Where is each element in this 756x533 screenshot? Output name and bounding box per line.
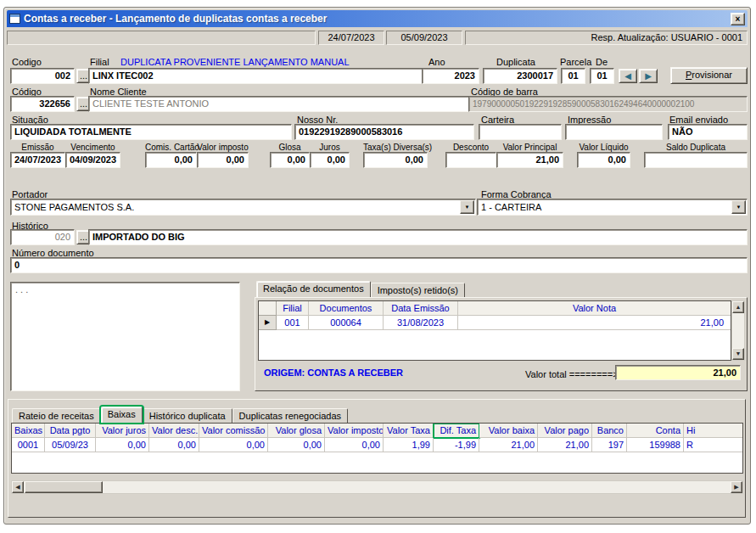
vencimento-label: Vencimento	[65, 143, 120, 152]
comissao-cartao-field[interactable]: 0,00	[145, 152, 197, 168]
taxas-diversas-field[interactable]: 0,00	[363, 152, 428, 168]
de-field[interactable]: 01	[590, 68, 614, 84]
valor-principal-field[interactable]: 21,00	[496, 152, 563, 168]
cell-valor-comissao: 0,00	[199, 438, 268, 452]
scroll-right-icon[interactable]: ▶	[731, 481, 742, 493]
emissao-label: Emissão	[10, 143, 65, 152]
tab-duplicatas-renegociadas[interactable]: Duplicatas renegociadas	[232, 408, 348, 423]
tab-relacao-de-documentos[interactable]: Relação de documentos	[256, 281, 371, 297]
historico-descricao-field[interactable]: IMPORTADO DO BIG	[88, 229, 748, 245]
origem-contas-a-receber-text: ORIGEM: CONTAS A RECEBER	[264, 367, 403, 378]
situacao-field[interactable]: LIQUIDADA TOTALMENTE	[10, 124, 292, 140]
codigo-duplicata-field[interactable]: 002	[10, 68, 75, 84]
cell-valor-pago: 21,00	[538, 438, 592, 452]
valor-liquido-field[interactable]: 0,00	[577, 152, 630, 168]
col-valor-juros-header: Valor juros	[96, 424, 149, 438]
col-valor-taxa-header: Valor Taxa	[384, 424, 434, 438]
col-valor-imposto-header: Valor imposto	[325, 424, 384, 438]
portador-combobox[interactable]: STONE PAGAMENTOS S.A. ▼	[10, 199, 476, 216]
filial-field[interactable]: LINX ITEC002	[88, 68, 424, 84]
window-title: Contas a receber - Lançamento de duplica…	[24, 13, 727, 25]
nosso-numero-field[interactable]: 01922919289000583016	[294, 124, 474, 140]
ano-label: Ano	[428, 58, 445, 67]
baixas-grid-header: Baixas Data pgto Valor juros Valor desc.…	[12, 424, 742, 438]
numero-documento-field[interactable]: 0	[10, 257, 748, 273]
cell-historico: R	[684, 438, 743, 452]
cell-banco: 197	[592, 438, 627, 452]
forma-cobranca-value: 1 - CARTEIRA	[481, 202, 541, 212]
titlebar: Contas a receber - Lançamento de duplica…	[7, 10, 748, 27]
filial-label: Filial	[90, 58, 109, 67]
observacoes-listbox[interactable]: . . .	[10, 282, 240, 391]
documentos-grid-header: Filial Documentos Data Emissão Valor Not…	[259, 301, 731, 316]
documentos-grid: Filial Documentos Data Emissão Valor Not…	[258, 300, 731, 361]
previous-record-icon[interactable]: ◀	[619, 69, 637, 83]
tab-rateio-de-receitas[interactable]: Rateio de receitas	[12, 408, 101, 423]
codigo-duplicata-label: Codigo	[12, 58, 42, 67]
scroll-left-icon[interactable]: ◀	[12, 481, 24, 493]
tab-impostos-retidos[interactable]: Imposto(s) retido(s)	[371, 283, 465, 297]
tab-baixas[interactable]: Baixas	[101, 407, 143, 423]
col-filial-header: Filial	[277, 301, 309, 316]
juros-label: Juros	[310, 143, 350, 152]
nome-cliente-field: CLIENTE TESTE ANTONIO	[88, 96, 472, 112]
codigo-barra-field: 1979000005019229192859000583016249464000…	[468, 96, 748, 112]
cell-valor-taxa: 1,99	[384, 438, 434, 452]
valor-total-label: Valor total ========>	[525, 370, 619, 379]
col-data-pgto-header: Data pgto	[45, 424, 96, 438]
ano-field[interactable]: 2023	[422, 68, 479, 84]
scroll-up-icon[interactable]: ▲	[732, 301, 744, 313]
scroll-down-icon[interactable]: ▼	[732, 348, 744, 360]
tab-historico-duplicata[interactable]: Histórico duplicata	[143, 408, 232, 423]
saldo-duplicata-field[interactable]	[644, 152, 748, 168]
current-row-marker-icon: ▶	[259, 316, 277, 330]
scrollbar-thumb[interactable]	[25, 481, 103, 493]
codigo-cliente-field[interactable]: 322656	[10, 96, 75, 112]
taxas-diversas-label: Taxa(s) Diversa(s)	[363, 143, 428, 152]
valor-total-field: 21,00	[615, 365, 741, 380]
desconto-label: Desconto	[445, 143, 496, 152]
documentos-tabs: Relação de documentos Imposto(s) retido(…	[256, 281, 465, 297]
cell-data-pgto: 05/09/23	[45, 438, 96, 452]
forma-cobranca-combobox[interactable]: 1 - CARTEIRA ▼	[477, 199, 748, 216]
parcela-field[interactable]: 01	[561, 68, 585, 84]
glosa-label: Glosa	[270, 143, 310, 152]
saldo-duplicata-label: Saldo Duplicata	[644, 143, 748, 152]
baixas-panel: Rateio de receitas Baixas Histórico dupl…	[8, 399, 746, 518]
carteira-field[interactable]	[479, 124, 562, 140]
window-icon	[9, 14, 20, 24]
window-content: 24/07/2023 05/09/2023 Resp. Atualização:…	[7, 27, 748, 521]
glosa-field[interactable]: 0,00	[270, 152, 310, 168]
baixas-horizontal-scrollbar[interactable]: ◀ ▶	[11, 480, 743, 494]
forma-cobranca-dropdown-icon[interactable]: ▼	[731, 200, 746, 214]
next-record-icon[interactable]: ▶	[639, 69, 658, 83]
portador-dropdown-icon[interactable]: ▼	[460, 200, 474, 214]
documentos-tab-control: Relação de documentos Imposto(s) retido(…	[255, 281, 748, 391]
col-dif-taxa-header: Dif. Taxa	[434, 424, 479, 438]
cell-data-emissao: 31/08/2023	[384, 316, 458, 330]
col-valor-baixa-header: Valor baixa	[479, 424, 538, 438]
desconto-field[interactable]	[445, 152, 496, 168]
duplicata-field[interactable]: 2300017	[483, 68, 557, 84]
col-documentos-header: Documentos	[309, 301, 384, 316]
origem-manual-banner: DUPLICATA PROVENIENTE LANÇAMENTO MANUAL	[120, 58, 350, 67]
baixas-tabs: Rateio de receitas Baixas Histórico dupl…	[12, 407, 348, 423]
cell-valor-baixa: 21,00	[479, 438, 538, 452]
documentos-grid-row[interactable]: ▶ 001 000064 31/08/2023 21,00	[259, 316, 731, 330]
impressao-field[interactable]	[565, 124, 663, 140]
documentos-vertical-scrollbar[interactable]: ▲ ▼	[731, 300, 745, 361]
documentos-selector-header	[259, 301, 277, 316]
cell-valor-glosa: 0,00	[268, 438, 325, 452]
email-enviado-field[interactable]: NÃO	[668, 124, 748, 140]
baixas-grid-row[interactable]: 0001 05/09/23 0,00 0,00 0,00 0,00 0,00 1…	[12, 438, 742, 452]
parcela-label: Parcela	[560, 58, 591, 67]
valor-imposto-field[interactable]: 0,00	[197, 152, 249, 168]
cell-valor-nota: 21,00	[458, 316, 731, 330]
vencimento-field[interactable]: 04/09/2023	[65, 152, 120, 168]
valor-liquido-label: Valor Líquido	[577, 143, 630, 152]
cell-dif-taxa: -1,99	[434, 438, 479, 452]
provisionar-button[interactable]: Provisionar	[670, 67, 748, 84]
juros-field[interactable]: 0,00	[310, 152, 350, 168]
emissao-field[interactable]: 24/07/2023	[10, 152, 65, 168]
close-icon[interactable]: ×	[731, 13, 745, 25]
